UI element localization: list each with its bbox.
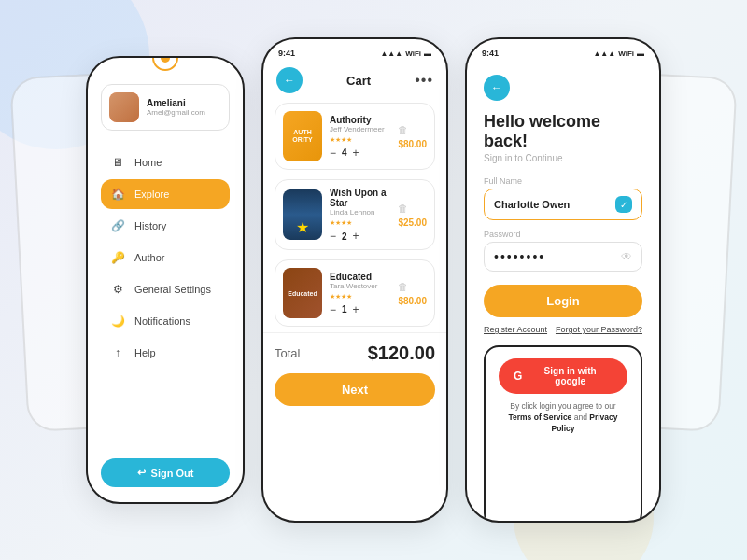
forgot-password-link[interactable]: Forgot your Password? xyxy=(556,325,642,334)
register-link[interactable]: Register Account xyxy=(484,325,547,334)
explore-icon: 🏠 xyxy=(110,187,125,202)
cart-header: ← Cart ••• xyxy=(263,62,446,103)
qty-plus-authority[interactable]: + xyxy=(353,147,359,159)
cart-item-wish: Wish Upon a Star Linda Lennon ★★★★ − 2 +… xyxy=(275,179,435,250)
notifications-icon: 🌙 xyxy=(110,314,125,329)
item-title-wish: Wish Upon a Star xyxy=(330,188,390,208)
phones-container: Ameliani Amel@gmail.com 🖥 Home 🏠 Explore… xyxy=(86,37,661,523)
item-author-authority: Jeff Vendermeer xyxy=(330,125,390,133)
cart-items: AUTH ORITY Authority Jeff Vendermeer ★★★… xyxy=(263,103,446,327)
wifi-icon: WiFi xyxy=(405,49,421,58)
sidebar-item-notifications[interactable]: 🌙 Notifications xyxy=(101,306,230,336)
login-wifi-icon: WiFi xyxy=(618,49,634,58)
full-name-input[interactable]: Charlotte Owen ✓ xyxy=(484,189,642,220)
item-title-educated: Educated xyxy=(330,272,390,282)
item-stars-educated: ★★★★ xyxy=(330,293,390,301)
total-label: Total xyxy=(275,346,300,360)
sidebar-item-history[interactable]: 🔗 History xyxy=(101,211,230,241)
google-btn-label: Sign in with google xyxy=(528,366,613,386)
sidebar-item-author[interactable]: 🔑 Author xyxy=(101,243,230,273)
item-info-authority: Authority Jeff Vendermeer ★★★★ − 4 + xyxy=(330,115,390,159)
login-signal-icon: ▲▲▲ xyxy=(593,49,615,58)
avatar-image xyxy=(109,92,139,122)
phone-sidebar: Ameliani Amel@gmail.com 🖥 Home 🏠 Explore… xyxy=(86,56,245,504)
nav-label-author: Author xyxy=(134,252,164,263)
sidebar-item-help[interactable]: ↑ Help xyxy=(101,338,230,368)
educated-cover-text: Educated xyxy=(288,290,317,297)
home-icon: 🖥 xyxy=(110,155,125,170)
qty-minus-wish[interactable]: − xyxy=(330,231,336,242)
item-author-educated: Tara Westover xyxy=(330,282,390,290)
item-price-authority: $80.00 xyxy=(398,139,427,149)
book-cover-text: AUTH ORITY xyxy=(287,129,318,145)
nav-label-home: Home xyxy=(134,157,162,168)
login-status-icons: ▲▲▲ WiFi ▬ xyxy=(593,49,644,58)
login-inner: ← Hello welcome back! Sign in to Continu… xyxy=(467,62,659,523)
item-qty-wish: − 2 + xyxy=(330,231,390,242)
total-row: Total $120.00 xyxy=(275,343,435,364)
nav-label-help: Help xyxy=(134,347,156,358)
avatar xyxy=(109,92,139,122)
sidebar-item-explore[interactable]: 🏠 Explore xyxy=(101,179,230,209)
help-icon: ↑ xyxy=(110,345,125,360)
status-time: 9:41 xyxy=(278,49,295,58)
terms-text: By click login you agree to our Terms of… xyxy=(499,401,627,435)
profile-email: Amel@gmail.com xyxy=(147,108,205,117)
login-button[interactable]: Login xyxy=(484,285,642,317)
book-cover-authority: AUTH ORITY xyxy=(283,111,322,161)
login-status-time: 9:41 xyxy=(482,49,499,58)
qty-plus-educated[interactable]: + xyxy=(353,304,359,315)
password-dots: •••••••• xyxy=(494,249,621,264)
sign-out-button[interactable]: ↩ Sign Out xyxy=(101,458,230,487)
item-author-wish: Linda Lennon xyxy=(330,208,390,217)
item-price-educated: $80.00 xyxy=(398,296,427,306)
delete-btn-authority[interactable]: 🗑 xyxy=(398,124,408,135)
sidebar-item-settings[interactable]: ⚙ General Settings xyxy=(101,274,230,304)
signal-icon: ▲▲▲ xyxy=(380,49,402,58)
delete-btn-wish[interactable]: 🗑 xyxy=(398,203,408,214)
settings-icon: ⚙ xyxy=(110,282,125,297)
cart-item-educated: Educated Educated Tara Westover ★★★★ − 1… xyxy=(275,259,435,327)
phone-login: 9:41 ▲▲▲ WiFi ▬ ← Hello welcome back! Si… xyxy=(465,37,661,523)
qty-num-wish: 2 xyxy=(342,231,347,242)
login-links: Register Account Forgot your Password? xyxy=(484,325,642,334)
item-price-wish: $25.00 xyxy=(398,217,427,228)
sign-out-label: Sign Out xyxy=(151,468,194,479)
sidebar-inner: Ameliani Amel@gmail.com 🖥 Home 🏠 Explore… xyxy=(88,58,243,502)
google-g-icon: G xyxy=(514,370,522,383)
password-group: Password •••••••• 👁 xyxy=(484,230,642,272)
qty-plus-wish[interactable]: + xyxy=(353,231,359,242)
profile-name: Ameliani xyxy=(147,98,205,108)
next-button[interactable]: Next xyxy=(275,373,435,406)
author-icon: 🔑 xyxy=(110,250,125,265)
cart-footer: Total $120.00 Next xyxy=(263,332,446,419)
book-cover-wish xyxy=(283,189,322,240)
login-back-button[interactable]: ← xyxy=(484,75,510,101)
battery-icon: ▬ xyxy=(424,49,431,58)
password-label: Password xyxy=(484,230,642,239)
status-icons: ▲▲▲ WiFi ▬ xyxy=(380,49,431,58)
nav-label-history: History xyxy=(134,220,166,231)
nav-label-settings: General Settings xyxy=(134,284,211,295)
qty-num-authority: 4 xyxy=(342,147,347,158)
qty-minus-educated[interactable]: − xyxy=(330,304,336,315)
welcome-title: Hello welcome back! xyxy=(484,112,642,151)
qty-minus-authority[interactable]: − xyxy=(330,147,336,159)
nav-label-notifications: Notifications xyxy=(134,315,190,327)
cart-title: Cart xyxy=(346,74,371,88)
check-icon: ✓ xyxy=(615,196,632,213)
more-options-button[interactable]: ••• xyxy=(415,72,433,89)
item-info-wish: Wish Upon a Star Linda Lennon ★★★★ − 2 + xyxy=(330,188,390,242)
delete-btn-educated[interactable]: 🗑 xyxy=(398,281,408,292)
item-qty-authority: − 4 + xyxy=(330,147,390,159)
back-button[interactable]: ← xyxy=(276,67,303,93)
eye-icon[interactable]: 👁 xyxy=(621,250,632,263)
google-signin-button[interactable]: G Sign in with google xyxy=(499,358,627,394)
item-info-educated: Educated Tara Westover ★★★★ − 1 + xyxy=(330,272,390,315)
password-input[interactable]: •••••••• 👁 xyxy=(484,242,642,272)
sidebar-item-home[interactable]: 🖥 Home xyxy=(101,147,230,177)
item-qty-educated: − 1 + xyxy=(330,304,390,315)
sign-out-icon: ↩ xyxy=(137,467,146,479)
history-icon: 🔗 xyxy=(110,218,125,233)
login-battery-icon: ▬ xyxy=(637,49,644,58)
